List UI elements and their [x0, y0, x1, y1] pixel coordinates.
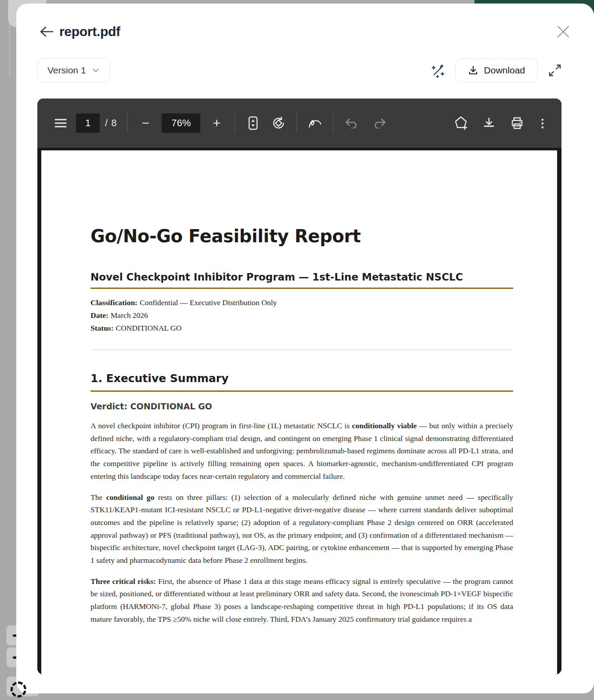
menu-icon[interactable]	[53, 116, 68, 131]
pdf-page: Go/No-Go Feasibility Report Novel Checkp…	[41, 150, 557, 674]
close-icon	[557, 25, 570, 38]
page-number-input[interactable]	[76, 113, 100, 133]
toolbar-divider	[127, 113, 127, 133]
version-selector[interactable]: Version 1	[37, 58, 110, 83]
undo-icon[interactable]	[344, 116, 359, 131]
kebab-icon[interactable]: ⋮	[535, 116, 550, 131]
print-icon[interactable]	[510, 116, 525, 131]
add-annotation-icon[interactable]	[453, 116, 468, 131]
expand-icon	[548, 64, 561, 77]
background-panel-edge	[9, 26, 10, 77]
meta-classification: Classification:Confidential — Executive …	[91, 296, 513, 309]
gold-divider	[91, 288, 513, 289]
chevron-down-icon	[92, 68, 99, 73]
meta-value: March 2026	[111, 311, 148, 320]
document-meta: Classification:Confidential — Executive …	[91, 296, 513, 335]
meta-value: Confidential — Executive Distribution On…	[140, 298, 277, 307]
back-button[interactable]	[37, 23, 55, 40]
zoom-level[interactable]: 76%	[162, 113, 200, 133]
fit-page-icon[interactable]	[246, 116, 261, 131]
draw-icon[interactable]	[308, 116, 322, 131]
zoom-in-button[interactable]: +	[209, 116, 224, 131]
page-total: 8	[111, 117, 116, 129]
paragraph: A novel checkpoint inhibitor (CPI) progr…	[91, 419, 513, 483]
modal-header: report.pdf	[16, 4, 594, 41]
verdict-line: Verdict: CONDITIONAL GO	[91, 401, 513, 411]
magic-edit-button[interactable]	[427, 59, 450, 82]
page-separator: /	[105, 117, 108, 129]
pdf-viewer: / 8 − 76% +	[37, 98, 561, 674]
download-icon	[468, 65, 478, 76]
toolbar-divider	[297, 113, 297, 133]
modal-action-bar: Version 1	[16, 58, 594, 83]
rotate-icon[interactable]	[271, 116, 286, 131]
toolbar-divider	[333, 113, 333, 133]
gold-divider	[91, 390, 513, 392]
version-label: Version 1	[47, 65, 86, 76]
back-icon	[39, 26, 54, 37]
document-subtitle: Novel Checkpoint Inhibitor Program — 1st…	[91, 271, 513, 283]
pdf-page-area: Go/No-Go Feasibility Report Novel Checkp…	[37, 148, 561, 674]
download-label: Download	[484, 65, 525, 76]
magic-wand-icon	[430, 62, 447, 79]
meta-status: Status:CONDITIONAL GO	[91, 322, 513, 335]
meta-label: Classification:	[91, 298, 138, 307]
paragraph: The conditional go rests on three pillar…	[91, 491, 513, 567]
file-title: report.pdf	[59, 24, 120, 39]
download-icon[interactable]	[482, 116, 496, 131]
toolbar-divider	[235, 113, 235, 133]
background-dashed-circle	[11, 682, 26, 697]
pdf-toolbar: / 8 − 76% +	[37, 98, 561, 148]
redo-icon[interactable]	[372, 116, 387, 131]
document-title: Go/No-Go Feasibility Report	[91, 226, 513, 246]
meta-label: Status:	[91, 324, 114, 332]
file-preview-modal: report.pdf Version 1	[16, 4, 594, 693]
section-heading: 1. Executive Summary	[91, 372, 513, 385]
expand-button[interactable]	[544, 59, 566, 81]
meta-label: Date:	[91, 311, 109, 320]
zoom-out-button[interactable]: −	[138, 116, 153, 131]
close-button[interactable]	[554, 22, 573, 41]
meta-date: Date:March 2026	[91, 309, 513, 322]
section-divider	[91, 350, 513, 350]
paragraph: Three critical risks: First, the absence…	[91, 575, 513, 626]
meta-value: CONDITIONAL GO	[116, 324, 182, 332]
download-button[interactable]: Download	[455, 58, 538, 82]
